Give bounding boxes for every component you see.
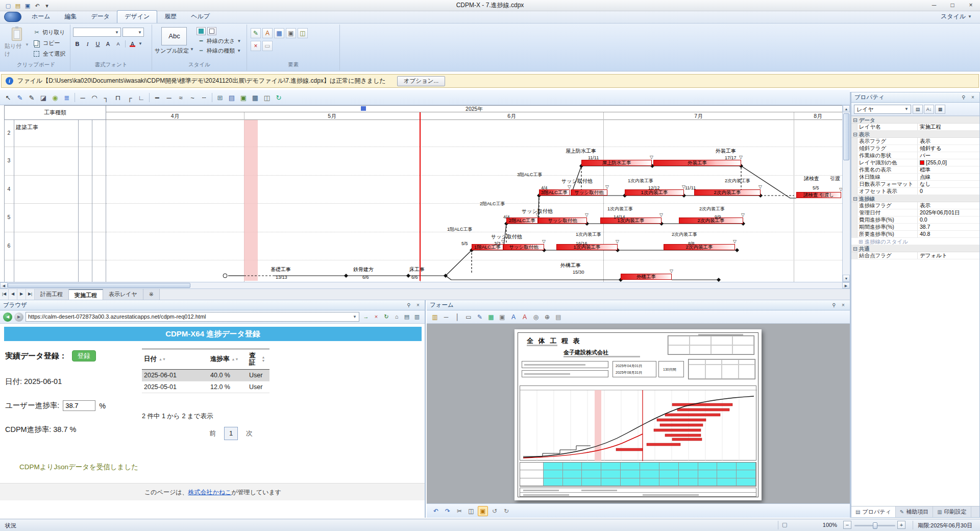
text-red-icon[interactable]: A [520, 312, 530, 322]
zoom-in-button[interactable]: + [897, 521, 905, 529]
panel-tab-補助項目[interactable]: ✎補助項目 [896, 506, 933, 517]
scroll-up-icon[interactable]: ▲ [843, 105, 850, 112]
property-section[interactable]: ⊟ 表示 [851, 131, 979, 138]
new-file-icon[interactable]: ▢ [4, 2, 12, 10]
sort-icon[interactable]: ▲▼ [262, 355, 267, 363]
task-bar[interactable]: サッシ取付他▽ [503, 244, 544, 250]
property-section[interactable]: ⊟ 進捗線 [851, 195, 979, 202]
thin-line-style-icon[interactable]: ─ [163, 92, 175, 103]
fit-view-icon[interactable]: ◎ [531, 312, 541, 322]
scroll-left-icon[interactable]: ◀ [0, 282, 8, 288]
table-row[interactable]: 2025-05-0112.0 %User [142, 381, 270, 393]
property-value[interactable]: [255,0,0] [918, 159, 979, 166]
ribbon-tab-編集[interactable]: 編集 [58, 11, 84, 23]
sheet-tab-※[interactable]: ※ [143, 289, 160, 300]
next-sheet-button[interactable]: ▶ [17, 289, 26, 300]
pen-blue-icon[interactable]: ✎ [14, 92, 26, 103]
paste-button[interactable]: 貼り付け▼ [5, 26, 29, 61]
document-preview[interactable]: 全 体 工 程 表 金子建設株式会社 2025年04月01日 2025年08月3… [514, 329, 762, 500]
task-bar[interactable]: 2次内装工事▽ [679, 218, 743, 224]
page-number-button[interactable]: 1 [224, 427, 238, 440]
italic-button[interactable]: I [83, 39, 92, 48]
style-sample-button[interactable]: Abc [161, 27, 187, 45]
image-icon[interactable]: ▣ [497, 312, 507, 322]
u-shape-icon[interactable]: ⊓ [112, 92, 124, 103]
cut-icon[interactable]: ✂ [454, 506, 464, 516]
zoom-slider[interactable] [854, 525, 895, 526]
prev-page-button[interactable]: 前 [209, 429, 216, 438]
close-button[interactable]: × [962, 0, 980, 11]
ribbon-tab-ホーム[interactable]: ホーム [24, 11, 58, 23]
property-value[interactable]: 0 [918, 188, 979, 195]
angle-shape-icon[interactable]: ∟ [136, 92, 147, 103]
go-icon[interactable]: → [361, 312, 371, 322]
property-value[interactable]: 表示 [918, 138, 979, 144]
task-bar[interactable]: サッシ取付他▽ [538, 218, 587, 224]
column-header[interactable]: 進捗率▲▼ [208, 349, 247, 369]
refresh-view-icon[interactable]: ↻ [273, 92, 284, 103]
print-page-icon[interactable]: ▥ [412, 312, 422, 322]
table-icon[interactable]: ▦ [486, 312, 496, 322]
ribbon-tab-デザイン[interactable]: デザイン [117, 10, 157, 23]
calendar-view-icon[interactable]: ▦ [250, 92, 261, 103]
property-value[interactable]: 38.7 [918, 224, 979, 230]
corner-up-shape-icon[interactable]: ┌ [124, 92, 135, 103]
column-header[interactable]: 査証▲▼ [247, 349, 270, 369]
double-wave-style-icon[interactable]: ≈ [175, 92, 186, 103]
stop-icon[interactable]: × [372, 312, 381, 322]
zoom-slider-thumb[interactable] [873, 522, 877, 529]
arc-shape-icon[interactable]: ◠ [89, 92, 100, 103]
property-value[interactable]: 40.8 [918, 231, 979, 237]
task-bar[interactable]: 諸検査 引渡し▽ [796, 192, 841, 198]
frame-style-button[interactable] [207, 27, 216, 35]
shrink-font-button[interactable]: A [114, 39, 122, 48]
forward-button[interactable]: ▶ [14, 312, 23, 322]
save-file-icon[interactable]: ▣ [23, 2, 32, 10]
image-insert-icon[interactable]: ▣ [238, 92, 249, 103]
property-value[interactable]: 実施工程 [918, 124, 979, 130]
chevron-down-icon[interactable]: ▼ [138, 41, 142, 46]
rotate-right-icon[interactable]: ↻ [501, 506, 511, 516]
sort-icon[interactable]: ▲▼ [232, 357, 239, 361]
add-image-icon[interactable]: ▣ [286, 28, 296, 38]
open-file-icon[interactable]: ▤ [14, 2, 22, 10]
undo-icon[interactable]: ↶ [33, 2, 41, 10]
panel-tab-印刷設定[interactable]: ▥印刷設定 [933, 506, 971, 517]
save-page-icon[interactable]: ▤ [402, 312, 411, 322]
gantt-vertical-scrollbar[interactable]: ▲ ▼ [842, 105, 850, 282]
pin-icon[interactable]: ⚲ [830, 302, 838, 309]
clear-element-icon[interactable]: ▭ [262, 41, 273, 51]
add-link-icon[interactable]: ◫ [298, 28, 308, 38]
property-value[interactable]: 点線 [918, 174, 979, 180]
first-sheet-button[interactable]: |◀ [0, 289, 9, 300]
font-name-select[interactable]: ▼ [73, 28, 121, 37]
qat-customize-icon[interactable]: ▾ [43, 2, 51, 10]
cut-button[interactable]: ✂切り取り [32, 28, 67, 37]
register-button[interactable]: 登録 [72, 350, 96, 361]
font-color-button[interactable]: A [128, 39, 137, 48]
maximize-button[interactable]: □ [943, 0, 962, 11]
property-value[interactable]: 0.0 [918, 216, 979, 223]
scroll-down-icon[interactable]: ▼ [843, 275, 850, 282]
property-value[interactable]: なし [918, 181, 979, 187]
company-link[interactable]: 株式会社かねこ [188, 489, 231, 496]
task-bar[interactable]: サッシ取付他▽ [571, 189, 607, 196]
pen-icon[interactable]: ✎ [475, 312, 485, 322]
close-icon[interactable]: × [414, 302, 422, 309]
add-textbox-icon[interactable]: A [262, 28, 273, 38]
column-header[interactable]: 日付▲▼ [142, 349, 208, 369]
gantt-horizontal-scrollbar[interactable]: ◀ ▶ [0, 282, 850, 289]
select-cursor-icon[interactable]: ↖ [3, 92, 14, 103]
h-line-icon[interactable]: ─ [441, 312, 451, 322]
url-input[interactable]: https://calm-desert-072873a00.3.azuresta… [26, 312, 359, 322]
border-width-select[interactable]: ━枠線の太さ▼ [197, 37, 242, 45]
grow-font-button[interactable]: A [104, 39, 112, 48]
fill-color-icon[interactable]: ◉ [50, 92, 61, 103]
task-bar[interactable]: 1次内装工事▽ [600, 218, 662, 224]
sort-icon[interactable]: ▲▼ [159, 357, 166, 361]
property-value[interactable]: デフォルト [918, 252, 979, 259]
thick-line-style-icon[interactable]: ━ [152, 92, 163, 103]
chevron-down-icon[interactable]: ▼ [353, 312, 357, 321]
user-rate-input[interactable] [63, 400, 95, 411]
options-button[interactable]: オプション... [397, 76, 445, 86]
